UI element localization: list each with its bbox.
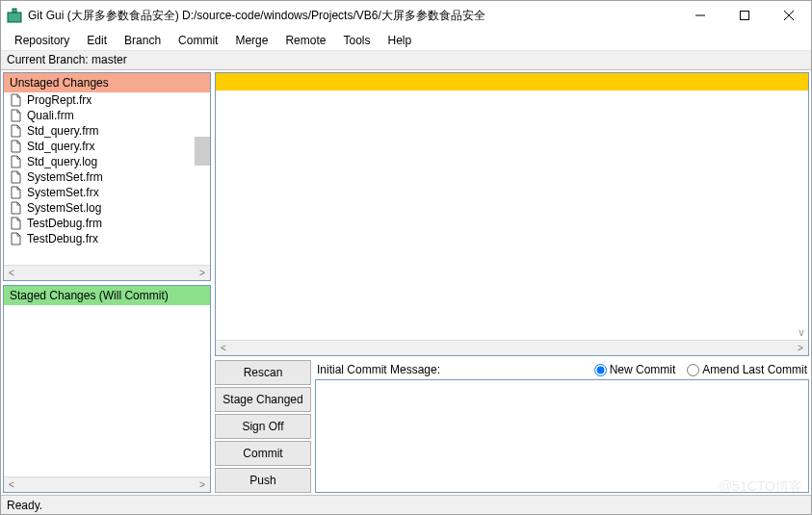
diff-hscroll[interactable]: < > <box>216 340 808 355</box>
file-name: ProgRept.frx <box>27 93 92 107</box>
branch-bar: Current Branch: master <box>1 51 811 70</box>
menu-tools[interactable]: Tools <box>337 32 376 49</box>
window-title: Git Gui (大屏多参数食品安全) D:/source-code/windo… <box>28 8 678 24</box>
scroll-left-icon[interactable]: < <box>216 341 231 355</box>
file-name: TestDebug.frm <box>27 217 102 230</box>
file-name: SystemSet.log <box>27 201 101 215</box>
radio-amend-input[interactable] <box>687 364 699 376</box>
radio-new-commit[interactable]: New Commit <box>594 363 676 376</box>
file-row[interactable]: Quali.frm <box>4 108 210 123</box>
scroll-track[interactable] <box>19 266 195 280</box>
menubar: Repository Edit Branch Commit Merge Remo… <box>1 30 811 51</box>
file-name: TestDebug.frx <box>27 232 98 245</box>
left-column: Unstaged Changes ProgRept.frxQuali.frmSt… <box>3 72 211 493</box>
file-row[interactable]: Std_query.log <box>4 154 210 169</box>
rescan-button[interactable]: Rescan <box>215 360 311 385</box>
staged-hscroll[interactable]: < > <box>4 476 210 492</box>
scrollbar-thumb[interactable] <box>195 137 210 166</box>
diff-header <box>216 73 808 90</box>
scroll-down-icon[interactable]: v <box>795 326 808 338</box>
maximize-button[interactable] <box>722 1 767 30</box>
unstaged-panel: Unstaged Changes ProgRept.frxQuali.frmSt… <box>3 72 211 281</box>
file-name: SystemSet.frx <box>27 186 99 199</box>
status-text: Ready. <box>7 499 42 512</box>
scroll-right-icon[interactable]: > <box>195 266 210 280</box>
minimize-button[interactable] <box>678 1 722 30</box>
svg-rect-0 <box>8 13 21 22</box>
commit-message-input[interactable] <box>316 380 808 492</box>
scroll-track[interactable] <box>231 341 793 355</box>
file-row[interactable]: SystemSet.log <box>4 200 210 216</box>
push-button[interactable]: Push <box>215 468 311 493</box>
diff-panel: v < > <box>215 72 809 356</box>
menu-edit[interactable]: Edit <box>81 32 113 49</box>
titlebar: Git Gui (大屏多参数食品安全) D:/source-code/windo… <box>1 1 811 30</box>
message-column: Initial Commit Message: New Commit Amend… <box>315 360 809 493</box>
commit-message-box <box>315 379 809 493</box>
scroll-left-icon[interactable]: < <box>4 266 19 280</box>
app-icon <box>7 8 22 23</box>
file-name: Std_query.frx <box>27 140 94 153</box>
file-row[interactable]: SystemSet.frx <box>4 185 210 200</box>
svg-rect-3 <box>741 12 749 20</box>
close-button[interactable] <box>767 1 811 30</box>
sign-off-button[interactable]: Sign Off <box>215 414 311 439</box>
file-row[interactable]: Std_query.frx <box>4 139 210 154</box>
file-row[interactable]: SystemSet.frm <box>4 169 210 185</box>
menu-help[interactable]: Help <box>381 32 417 49</box>
menu-merge[interactable]: Merge <box>229 32 274 49</box>
menu-commit[interactable]: Commit <box>172 32 223 49</box>
file-name: Quali.frm <box>27 109 74 122</box>
menu-repository[interactable]: Repository <box>9 32 75 49</box>
diff-body[interactable]: v <box>216 90 808 340</box>
menu-remote[interactable]: Remote <box>279 32 331 49</box>
right-column: v < > Rescan Stage Changed Sign Off Comm… <box>215 72 809 493</box>
file-row[interactable]: ProgRept.frx <box>4 92 210 108</box>
file-row[interactable]: TestDebug.frm <box>4 216 210 231</box>
commit-button[interactable]: Commit <box>215 441 311 466</box>
svg-rect-1 <box>13 9 16 13</box>
menu-branch[interactable]: Branch <box>118 32 167 49</box>
commit-type-radios: New Commit Amend Last Commit <box>594 363 807 376</box>
button-column: Rescan Stage Changed Sign Off Commit Pus… <box>215 360 311 493</box>
radio-amend-commit[interactable]: Amend Last Commit <box>687 363 807 376</box>
message-header: Initial Commit Message: New Commit Amend… <box>315 360 809 379</box>
scroll-right-icon[interactable]: > <box>793 341 808 355</box>
file-name: Std_query.log <box>27 155 97 168</box>
workarea: Unstaged Changes ProgRept.frxQuali.frmSt… <box>1 70 811 495</box>
staged-file-list[interactable] <box>4 305 210 477</box>
radio-new-label: New Commit <box>610 363 676 376</box>
stage-changed-button[interactable]: Stage Changed <box>215 387 311 412</box>
scroll-right-icon[interactable]: > <box>195 477 210 492</box>
commit-message-label: Initial Commit Message: <box>317 363 583 376</box>
unstaged-hscroll[interactable]: < > <box>4 265 210 280</box>
file-name: SystemSet.frm <box>27 170 103 184</box>
unstaged-file-list[interactable]: ProgRept.frxQuali.frmStd_query.frmStd_qu… <box>4 92 210 265</box>
radio-amend-label: Amend Last Commit <box>702 363 807 376</box>
file-row[interactable]: Std_query.frm <box>4 123 210 139</box>
file-row[interactable]: TestDebug.frx <box>4 231 210 246</box>
staged-header: Staged Changes (Will Commit) <box>4 286 210 305</box>
file-name: Std_query.frm <box>27 124 98 138</box>
staged-panel: Staged Changes (Will Commit) < > <box>3 285 211 494</box>
scroll-track[interactable] <box>19 477 195 492</box>
radio-new-input[interactable] <box>594 364 607 376</box>
statusbar: Ready. <box>1 495 811 514</box>
scroll-left-icon[interactable]: < <box>4 477 19 492</box>
commit-area: Rescan Stage Changed Sign Off Commit Pus… <box>215 360 809 493</box>
unstaged-header: Unstaged Changes <box>4 73 210 92</box>
